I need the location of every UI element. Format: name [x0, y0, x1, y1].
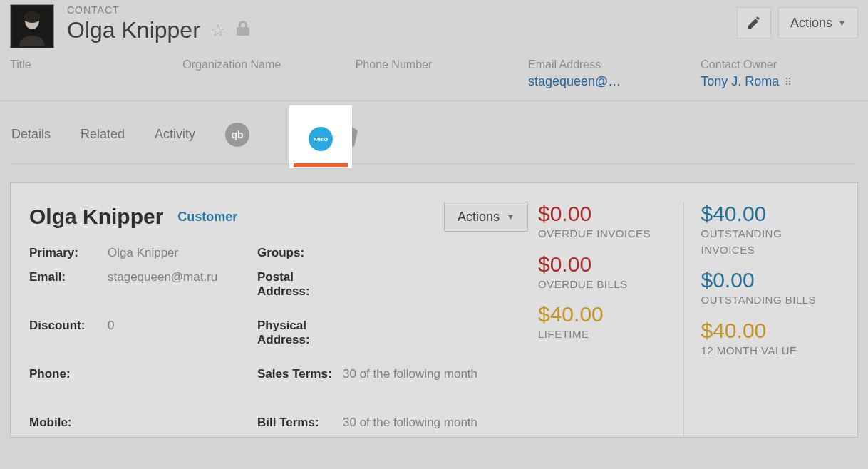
label-sales-terms: Sales Terms:: [257, 364, 343, 413]
label-mobile: Mobile:: [29, 413, 108, 437]
label-primary: Primary:: [29, 243, 108, 267]
value-email: stagequeen@mat.ru: [108, 267, 257, 292]
fields-grid: Primary: Email: Discount: Phone: Mobile:…: [29, 243, 528, 437]
stat-block: $40.00LIFETIME: [538, 302, 672, 343]
value-phone: [108, 364, 257, 388]
stat-block: $40.00OUTSTANDING INVOICES: [701, 202, 835, 258]
stat-value: $40.00: [701, 319, 835, 343]
group-icon: ⠿: [785, 76, 792, 88]
stats-section: $0.00OVERDUE INVOICES$0.00OVERDUE BILLS$…: [535, 202, 839, 437]
info-row: Title Organization Name Phone Number Ema…: [0, 58, 868, 100]
divider: [0, 100, 868, 101]
tabs: Details Related Activity qb: [11, 105, 857, 164]
info-label-title: Title: [10, 58, 175, 71]
info-value-email[interactable]: stagequeen@…: [528, 74, 693, 89]
contact-header: CONTACT Olga Knipper ☆ Actions ▼: [0, 0, 868, 58]
info-value-owner[interactable]: Tony J. Roma: [701, 74, 779, 89]
stat-label: OVERDUE BILLS: [538, 277, 672, 293]
header-actions-button[interactable]: Actions ▼: [778, 7, 858, 38]
value-postal: [343, 267, 528, 316]
stats-col-right: $40.00OUTSTANDING INVOICES$0.00OUTSTANDI…: [683, 202, 839, 437]
info-label-org: Organization Name: [182, 58, 348, 71]
stat-block: $0.00OVERDUE BILLS: [538, 252, 672, 293]
value-mobile: [108, 413, 257, 437]
tab-details[interactable]: Details: [11, 105, 51, 163]
value-sales-terms: 30 of the following month: [343, 364, 528, 413]
tab-quickbooks[interactable]: qb: [225, 105, 249, 163]
customer-link[interactable]: Customer: [177, 210, 237, 225]
value-groups: [343, 243, 528, 267]
stat-value: $0.00: [538, 202, 672, 226]
stat-block: $0.00OVERDUE INVOICES: [538, 202, 672, 242]
star-icon[interactable]: ☆: [210, 21, 226, 41]
stat-label: OUTSTANDING INVOICES: [701, 226, 835, 258]
label-postal: Postal Address:: [257, 267, 343, 316]
label-email: Email:: [29, 267, 108, 292]
tab-related[interactable]: Related: [81, 105, 125, 163]
eyebrow: CONTACT: [67, 4, 737, 16]
info-label-owner: Contact Owner: [701, 58, 858, 71]
value-physical: [343, 316, 528, 364]
quickbooks-icon: qb: [225, 123, 249, 147]
avatar-portrait-icon: [12, 6, 52, 46]
info-label-email: Email Address: [528, 58, 693, 71]
stat-label: 12 MONTH VALUE: [701, 343, 835, 359]
panel-actions-button[interactable]: Actions ▼: [444, 202, 528, 232]
label-phone: Phone:: [29, 364, 108, 388]
xero-panel: Olga Knipper Customer Actions ▼ Primary:…: [10, 182, 858, 438]
avatar[interactable]: [10, 4, 54, 48]
value-primary: Olga Knipper: [108, 243, 257, 267]
label-discount: Discount:: [29, 316, 108, 340]
tab-xero-placeholder[interactable]: [279, 105, 304, 163]
label-bill-terms: Bill Terms:: [257, 413, 343, 437]
edit-button[interactable]: [737, 7, 771, 38]
chevron-down-icon: ▼: [507, 212, 515, 221]
stat-value: $40.00: [701, 202, 835, 226]
stats-col-left: $0.00OVERDUE INVOICES$0.00OVERDUE BILLS$…: [535, 202, 676, 437]
svg-point-2: [24, 11, 41, 23]
panel-title: Olga Knipper: [29, 205, 163, 229]
pencil-icon: [747, 16, 761, 30]
stat-value: $0.00: [701, 268, 835, 292]
label-groups: Groups:: [257, 243, 343, 267]
value-discount: 0: [108, 316, 257, 340]
value-bill-terms: 30 of the following month: [343, 413, 528, 437]
panel-actions-label: Actions: [458, 210, 500, 225]
stat-label: OUTSTANDING BILLS: [701, 292, 835, 309]
tab-freshbooks[interactable]: [334, 105, 358, 163]
chevron-down-icon: ▼: [838, 19, 846, 27]
stat-label: OVERDUE INVOICES: [538, 226, 672, 242]
freshbooks-icon: [334, 123, 358, 147]
lock-icon: [236, 21, 250, 41]
info-label-phone: Phone Number: [356, 58, 521, 71]
stat-value: $40.00: [538, 302, 672, 326]
tab-activity[interactable]: Activity: [155, 105, 195, 163]
header-actions-label: Actions: [790, 16, 832, 31]
stat-block: $0.00OUTSTANDING BILLS: [701, 268, 835, 309]
stat-block: $40.0012 MONTH VALUE: [701, 319, 835, 359]
contact-name: Olga Knipper: [67, 17, 200, 43]
stat-value: $0.00: [538, 252, 672, 277]
label-physical: Physical Address:: [257, 316, 343, 364]
stat-label: LIFETIME: [538, 326, 672, 343]
